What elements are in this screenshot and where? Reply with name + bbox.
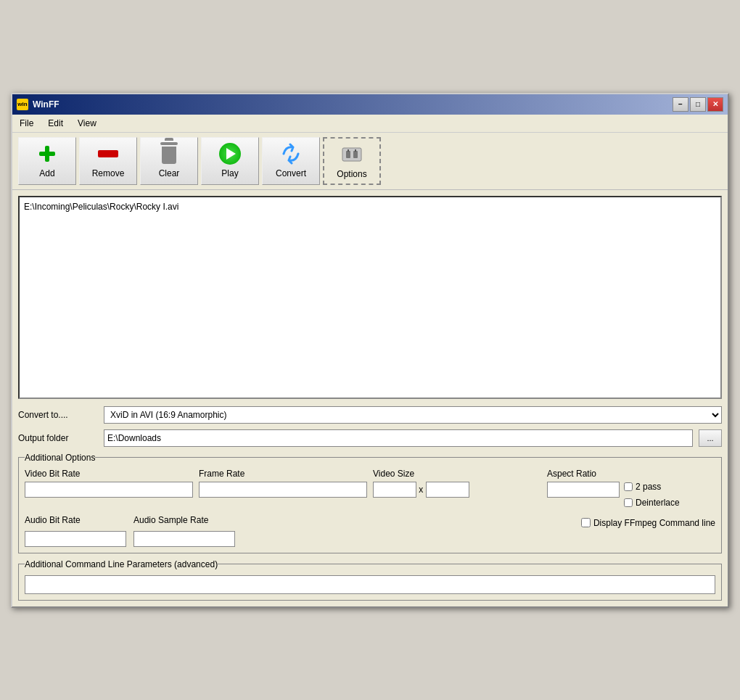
title-bar-left: win WinFF [17, 99, 59, 110]
add-button[interactable]: Add [18, 137, 76, 185]
video-size-label: Video Size [373, 469, 541, 479]
convert-to-label: Convert to.... [18, 410, 98, 420]
deinterlace-checkbox[interactable] [624, 498, 633, 507]
audio-bit-rate-input[interactable] [25, 531, 126, 547]
aspect-ratio-input[interactable] [547, 482, 620, 498]
video-size-width-input[interactable] [373, 482, 416, 498]
video-size-group: x [373, 482, 541, 498]
command-line-input[interactable] [25, 575, 715, 594]
convert-icon [279, 142, 303, 165]
svg-rect-5 [355, 149, 356, 152]
frame-rate-input[interactable] [199, 482, 367, 498]
menu-view[interactable]: View [75, 117, 99, 130]
add-icon [36, 142, 59, 165]
main-content: E:\Incoming\Peliculas\Rocky\Rocky I.avi … [12, 190, 728, 606]
close-button[interactable]: ✕ [707, 97, 723, 112]
clear-button[interactable]: Clear [140, 137, 198, 185]
two-pass-row: 2 pass [624, 482, 680, 492]
output-folder-row: Output folder ... [18, 429, 722, 447]
minimize-button[interactable]: − [673, 97, 688, 112]
play-icon [218, 142, 242, 165]
display-ffmpeg-checkbox[interactable] [581, 518, 591, 527]
window-title: WinFF [33, 99, 59, 110]
add-label: Add [39, 168, 54, 178]
toolbar: Add Remove Clear Play [12, 133, 728, 190]
frame-rate-col: Frame Rate [199, 469, 367, 498]
output-folder-input[interactable] [104, 429, 693, 447]
main-window: win WinFF − □ ✕ File Edit View Add Remov… [11, 93, 729, 608]
command-line-legend: Additional Command Line Parameters (adva… [25, 559, 218, 569]
audio-bit-rate-col: Audio Bit Rate [25, 515, 126, 547]
svg-rect-4 [348, 149, 349, 152]
frame-rate-label: Frame Rate [199, 469, 367, 479]
play-button[interactable]: Play [201, 137, 259, 185]
two-pass-checkbox[interactable] [624, 482, 633, 491]
convert-to-row: Convert to.... XviD in AVI (16:9 Anamorp… [18, 406, 722, 424]
svg-rect-2 [346, 151, 350, 158]
file-list[interactable]: E:\Incoming\Peliculas\Rocky\Rocky I.avi [18, 196, 722, 399]
deinterlace-label: Deinterlace [636, 498, 680, 508]
audio-sample-rate-input[interactable] [133, 531, 235, 547]
audio-bit-rate-label: Audio Bit Rate [25, 515, 126, 525]
file-entry: E:\Incoming\Peliculas\Rocky\Rocky I.avi [22, 200, 718, 213]
additional-options-section: Additional Options Video Bit Rate Frame … [18, 453, 722, 553]
video-bit-rate-input[interactable] [25, 482, 193, 498]
options-icon [340, 143, 363, 166]
remove-button[interactable]: Remove [79, 137, 137, 185]
video-size-height-input[interactable] [426, 482, 469, 498]
clear-icon [157, 142, 181, 165]
deinterlace-row: Deinterlace [624, 498, 680, 508]
svg-rect-1 [342, 148, 361, 161]
display-ffmpeg-row: Display FFmpeg Command line [581, 518, 715, 528]
play-label: Play [221, 168, 238, 178]
maximize-button[interactable]: □ [690, 97, 706, 112]
aspect-ratio-col: Aspect Ratio 2 pass Deinterlace [547, 469, 715, 511]
convert-button[interactable]: Convert [262, 137, 320, 185]
audio-sample-rate-label: Audio Sample Rate [133, 515, 235, 525]
browse-button[interactable]: ... [699, 429, 722, 447]
video-bit-rate-label: Video Bit Rate [25, 469, 193, 479]
aspect-ratio-label: Aspect Ratio [547, 469, 715, 479]
video-size-col: Video Size x [373, 469, 541, 498]
audio-sample-rate-col: Audio Sample Rate [133, 515, 235, 547]
svg-rect-3 [353, 151, 358, 158]
display-ffmpeg-label: Display FFmpeg Command line [593, 518, 715, 528]
additional-options-legend: Additional Options [25, 453, 95, 463]
title-bar-buttons: − □ ✕ [673, 97, 723, 112]
two-pass-label: 2 pass [636, 482, 661, 492]
remove-label: Remove [92, 168, 125, 178]
app-icon: win [17, 99, 28, 110]
command-line-section: Additional Command Line Parameters (adva… [18, 559, 722, 601]
menu-bar: File Edit View [12, 115, 728, 133]
menu-edit[interactable]: Edit [45, 117, 66, 130]
right-checkboxes: 2 pass Deinterlace [624, 482, 680, 511]
convert-label: Convert [276, 168, 306, 178]
clear-label: Clear [159, 168, 180, 178]
output-folder-label: Output folder [18, 433, 98, 443]
menu-file[interactable]: File [17, 117, 36, 130]
audio-options-row: Audio Bit Rate Audio Sample Rate Display… [25, 515, 715, 547]
options-button[interactable]: Options [323, 137, 381, 185]
options-label: Options [337, 169, 366, 179]
video-bit-rate-col: Video Bit Rate [25, 469, 193, 498]
x-separator: x [419, 485, 423, 495]
convert-to-select[interactable]: XviD in AVI (16:9 Anamorphic) MP4 (H.264… [104, 406, 722, 424]
title-bar: win WinFF − □ ✕ [12, 94, 728, 115]
remove-icon [96, 142, 120, 165]
audio-inputs: Audio Bit Rate Audio Sample Rate [25, 515, 366, 547]
